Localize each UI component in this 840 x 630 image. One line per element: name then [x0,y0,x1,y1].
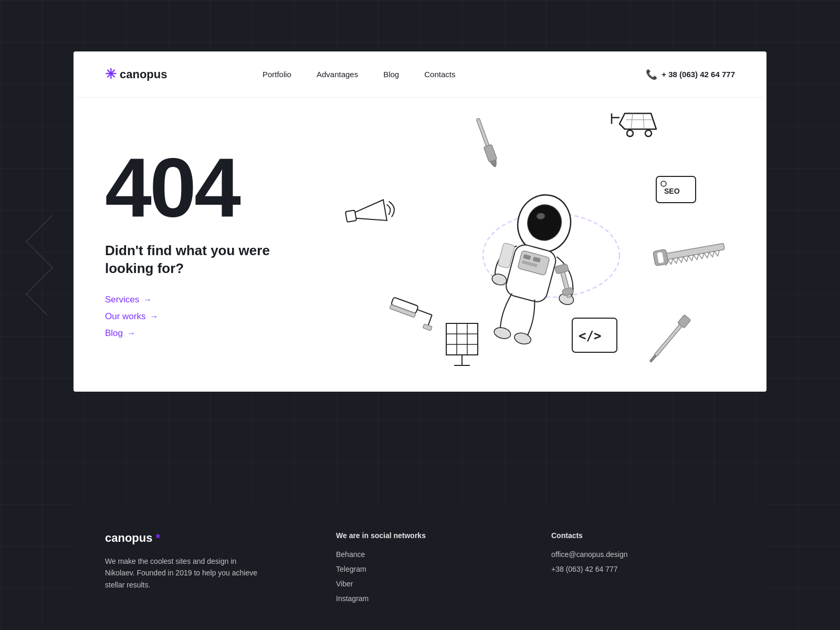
nav-contacts[interactable]: Contacts [424,70,455,79]
svg-text:</>: </> [579,329,601,343]
svg-rect-17 [476,118,489,146]
blog-label: Blog [105,328,123,339]
nav-phone: 📞 + 38 (063) 42 64 777 [646,69,735,80]
svg-text:SEO: SEO [664,187,680,195]
bg-wave [0,210,74,315]
svg-line-23 [631,113,633,129]
our-works-link[interactable]: Our works → [105,311,270,322]
nav-portfolio[interactable]: Portfolio [262,70,291,79]
navigation: ✳ canopus Portfolio Advantages Blog Cont… [74,51,766,98]
nav-advantages[interactable]: Advantages [317,70,358,79]
svg-point-14 [493,326,512,341]
phone-number: + 38 (063) 42 64 777 [662,70,735,79]
hero-section: 404 Didn't find what you werelooking for… [74,98,766,392]
footer-phone: +38 (063) 42 64 777 [551,565,735,573]
blog-arrow: → [127,329,135,338]
nav-links: Portfolio Advantages Blog Contacts [262,70,456,79]
svg-rect-40 [423,324,432,331]
footer-logo-text: canopus [105,531,152,545]
error-message: Didn't find what you werelooking for? [105,242,270,278]
services-label: Services [105,295,139,305]
our-works-arrow: → [150,312,158,321]
hero-links: Services → Our works → Blog → [105,295,270,339]
social-viber[interactable]: Viber [336,580,520,588]
footer: canopus * We make the coolest sites and … [74,504,766,630]
footer-brand: canopus * We make the coolest sites and … [105,531,304,603]
social-behance[interactable]: Behance [336,550,520,559]
svg-rect-41 [446,323,478,355]
services-link[interactable]: Services → [105,295,270,305]
hero-illustration: SEO [304,98,766,392]
footer-contact-info: office@canopus.design +38 (063) 42 64 77… [551,550,735,573]
svg-rect-35 [345,210,356,222]
logo-asterisk-icon: ✳ [105,66,117,82]
social-instagram[interactable]: Instagram [336,594,520,603]
main-card: ✳ canopus Portfolio Advantages Blog Cont… [74,51,766,392]
svg-point-20 [645,130,652,136]
footer-email: office@canopus.design [551,550,735,559]
our-works-label: Our works [105,311,145,322]
svg-point-19 [627,130,633,136]
footer-social-links: Behance Telegram Viber Instagram [336,550,520,603]
astronaut-illustration: SEO [304,98,766,392]
svg-point-15 [513,331,532,346]
services-arrow: → [143,295,152,304]
svg-line-38 [417,310,432,315]
blog-link[interactable]: Blog → [105,328,270,339]
footer-social: We are in social networks Behance Telegr… [336,531,520,603]
svg-rect-32 [654,322,684,356]
svg-rect-34 [649,355,656,362]
footer-contacts-title: Contacts [551,531,735,540]
phone-icon: 📞 [646,69,657,80]
social-telegram[interactable]: Telegram [336,565,520,573]
footer-description: We make the coolest sites and design in … [105,555,262,591]
svg-line-24 [643,113,644,129]
footer-logo-asterisk-icon: * [155,531,160,545]
hero-content: 404 Didn't find what you werelooking for… [105,145,270,339]
error-code: 404 [105,145,270,229]
footer-contacts: Contacts office@canopus.design +38 (063)… [551,531,735,603]
footer-social-title: We are in social networks [336,531,520,540]
svg-rect-18 [484,144,497,162]
logo-text: canopus [120,68,167,81]
logo[interactable]: ✳ canopus [105,66,167,82]
nav-blog[interactable]: Blog [383,70,399,79]
footer-logo: canopus * [105,531,304,545]
